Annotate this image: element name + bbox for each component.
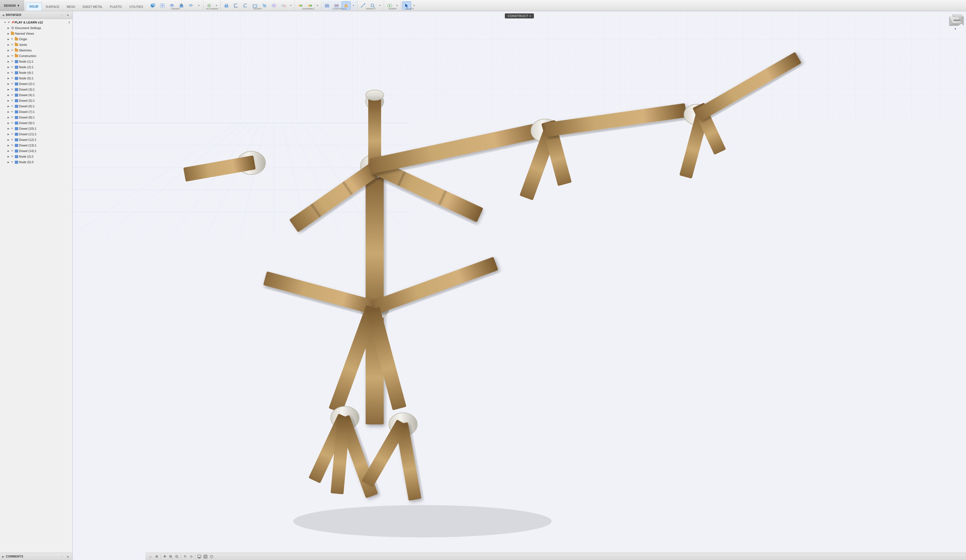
tree-item-dowel-5-1[interactable]: ▶ 👁 Dowel (5):1 [0, 98, 72, 103]
create-sketch-button[interactable] [158, 2, 167, 10]
joints-eye-icon[interactable]: 👁 [10, 43, 14, 47]
tree-item-sketches[interactable]: ▶ 👁 Sketches [0, 48, 72, 53]
assemble-group-label: ASSEMBLE [302, 8, 314, 10]
chamfer-button[interactable] [241, 2, 250, 10]
eye-icon-dowel-14-1[interactable]: 👁 [10, 149, 14, 153]
tab-mesh[interactable]: MESH [63, 3, 79, 11]
svg-rect-85 [366, 166, 384, 280]
toolbar: DESIGN ▼ SOLID SURFACE MESH SHEET METAL … [0, 0, 483, 11]
svg-rect-42 [335, 6, 338, 7]
eye-icon-node-2-1[interactable]: 👁 [10, 65, 14, 69]
tab-plastic[interactable]: PLASTIC [106, 3, 126, 11]
eye-icon-dowel-6-1[interactable]: 👁 [10, 104, 14, 108]
svg-point-13 [191, 5, 191, 6]
tree-item-dowel-8-1[interactable]: ▶ 👁 Dowel (8):1 [0, 115, 72, 120]
construction-eye-icon[interactable]: 👁 [10, 54, 14, 58]
tree-item-node-5-1[interactable]: ▶ 👁 Node (5):1 [0, 76, 72, 81]
eye-icon-node-4-1[interactable]: 👁 [10, 71, 14, 75]
tree-item-node-5-3[interactable]: ▶ 👁 Node (5):3 [0, 159, 72, 165]
sketches-eye-icon[interactable]: 👁 [10, 48, 14, 52]
create-more-button[interactable]: ▼ [196, 2, 202, 10]
tree-item-document-settings[interactable]: ▶ Document Settings [0, 25, 72, 31]
modify-more-button[interactable]: ▼ [288, 2, 293, 10]
origin-eye-icon[interactable]: 👁 [10, 37, 14, 41]
eye-icon-node-1-1[interactable]: 👁 [10, 59, 14, 63]
tab-utilities[interactable]: UTILITIES [126, 3, 147, 11]
root-info-icon[interactable]: ℹ [67, 20, 71, 25]
tree-item-node-2-2[interactable]: ▶ 👁 Node (2):2 [0, 154, 72, 159]
viewport[interactable]: CONSTRUCT > [73, 11, 483, 280]
eye-icon-dowel-7-1[interactable]: 👁 [10, 110, 14, 114]
eye-icon-dowel-13-1[interactable]: 👁 [10, 143, 14, 147]
tree-item-dowel-3-1[interactable]: ▶ 👁 Dowel (3):1 [0, 87, 72, 92]
label-dowel-5-1: Dowel (5):1 [19, 99, 71, 102]
tree-item-node-2-1[interactable]: ▶ 👁 Node (2):1 [0, 64, 72, 70]
eye-icon-node-5-3[interactable]: 👁 [10, 160, 14, 164]
label-node-1-1: Node (1):1 [19, 60, 71, 63]
tab-sheet-metal[interactable]: SHEET METAL [79, 3, 106, 11]
svg-line-53 [373, 7, 375, 8]
sketches-expand-icon: ▶ [7, 49, 10, 52]
tree-item-origin[interactable]: ▶ 👁 Origin [0, 36, 72, 42]
construction-folder-icon [15, 54, 18, 58]
design-button[interactable]: DESIGN ▼ [0, 0, 24, 11]
svg-rect-35 [308, 5, 310, 7]
eye-icon-dowel-2-1[interactable]: 👁 [10, 82, 14, 86]
toolbar-tabs: SOLID SURFACE MESH SHEET METAL PLASTIC U… [24, 0, 147, 11]
tree-item-node-1-1[interactable]: ▶ 👁 Node (1):1 [0, 59, 72, 64]
label-dowel-9-1: Dowel (9):1 [19, 121, 71, 125]
inspect-more-button[interactable]: ▼ [378, 2, 382, 10]
toolbar-group-inspect: ▼ INSPECT [358, 0, 384, 10]
combine-button[interactable] [269, 2, 278, 10]
tree-item-dowel-12-1[interactable]: ▶ 👁 Dowel (12):1 [0, 137, 72, 143]
construction-label: Construction [19, 54, 71, 57]
tree-root[interactable]: ▼ 👁 📌 PLAY & LEARN v12 ℹ [0, 20, 72, 25]
assemble-more-button[interactable]: ▼ [315, 2, 319, 10]
construct-more-button[interactable]: ▼ [351, 2, 356, 10]
tree-item-dowel-9-1[interactable]: ▶ 👁 Dowel (9):1 [0, 120, 72, 126]
svg-text:f: f [282, 4, 283, 7]
revolve-button[interactable] [186, 2, 196, 10]
expand-icon-dowel-11-1: ▶ [7, 133, 10, 136]
origin-label: Origin [19, 38, 71, 41]
tree-item-dowel-14-1[interactable]: ▶ 👁 Dowel (14):1 [0, 148, 72, 154]
eye-icon-dowel-5-1[interactable]: 👁 [10, 99, 14, 103]
tree-item-dowel-4-1[interactable]: ▶ 👁 Dowel (4):1 [0, 92, 72, 98]
root-eye-icon[interactable]: 👁 [7, 20, 11, 24]
tree-item-dowel-2-1[interactable]: ▶ 👁 Dowel (2):1 [0, 81, 72, 87]
root-pin-icon[interactable]: 📌 [11, 20, 15, 24]
tree-item-dowel-11-1[interactable]: ▶ 👁 Dowel (11):1 [0, 131, 72, 137]
browser-collapse-button[interactable]: ◀ [2, 14, 4, 16]
select-group-label: SELECT [405, 8, 414, 10]
browser-collapse2-button[interactable]: ▸ [66, 13, 70, 17]
browser-options-button[interactable]: ⋯ [59, 13, 64, 17]
tree-item-construction[interactable]: ▶ 👁 Construction [0, 53, 72, 59]
eye-icon-dowel-11-1[interactable]: 👁 [10, 132, 14, 136]
tree-item-joints[interactable]: ▶ 👁 Joints [0, 42, 72, 48]
eye-icon-dowel-4-1[interactable]: 👁 [10, 93, 14, 97]
tree-item-dowel-10-1[interactable]: ▶ 👁 Dowel (10):1 [0, 126, 72, 131]
tree-item-dowel-7-1[interactable]: ▶ 👁 Dowel (7):1 [0, 109, 72, 115]
eye-icon-dowel-10-1[interactable]: 👁 [10, 126, 14, 130]
eye-icon-dowel-9-1[interactable]: 👁 [10, 121, 14, 125]
design-dropdown-arrow: ▼ [17, 4, 20, 7]
sketches-label: Sketches [19, 49, 71, 52]
svg-rect-41 [335, 4, 338, 5]
press-pull-button[interactable] [222, 2, 231, 10]
offset-plane-button[interactable] [322, 2, 332, 10]
fillet-button[interactable] [232, 2, 240, 10]
tree-item-node-4-1[interactable]: ▶ 👁 Node (4):1 [0, 70, 72, 76]
tree-item-dowel-6-1[interactable]: ▶ 👁 Dowel (6):1 [0, 103, 72, 109]
tab-solid[interactable]: SOLID [26, 3, 42, 11]
formula-button[interactable]: f (x) [279, 2, 288, 10]
eye-icon-dowel-8-1[interactable]: 👁 [10, 115, 14, 119]
eye-icon-node-2-2[interactable]: 👁 [10, 154, 14, 158]
tree-item-named-views[interactable]: ▶ Named Views [0, 31, 72, 36]
3d-model [73, 11, 483, 280]
eye-icon-dowel-3-1[interactable]: 👁 [10, 87, 14, 91]
eye-icon-dowel-12-1[interactable]: 👁 [10, 138, 14, 142]
tree-item-dowel-13-1[interactable]: ▶ 👁 Dowel (13):1 [0, 143, 72, 148]
eye-icon-node-5-1[interactable]: 👁 [10, 76, 14, 80]
tab-surface[interactable]: SURFACE [42, 3, 63, 11]
new-component-button[interactable] [148, 2, 158, 10]
